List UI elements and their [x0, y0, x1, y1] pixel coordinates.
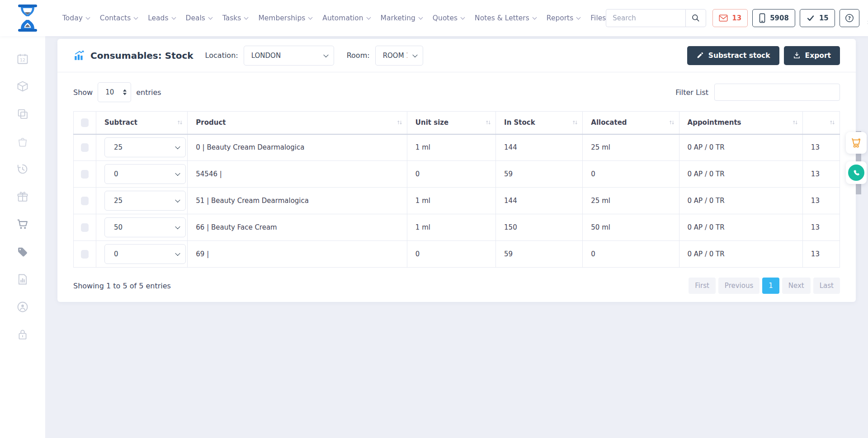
tasks-badge[interactable]: 15 [800, 9, 835, 27]
svg-text:12: 12 [20, 57, 25, 62]
search-icon [691, 14, 700, 23]
product-cell: 69 | [188, 241, 407, 268]
floating-cart-widget[interactable] [846, 132, 867, 154]
pagination-page-1[interactable]: 1 [762, 278, 779, 294]
nav-item-notes-letters[interactable]: Notes & Letters [475, 14, 536, 22]
top-bar: Today Contacts Leads Deals Tasks Members… [0, 0, 868, 36]
help-button[interactable]: ? [840, 9, 859, 27]
shopping-basket-icon [16, 135, 29, 148]
room-select[interactable]: ROOM 1 [375, 46, 423, 66]
search-button[interactable] [685, 9, 706, 27]
subtract-amount-select[interactable]: 25 [104, 191, 186, 211]
mobile-phone-icon [759, 13, 766, 23]
row-checkbox[interactable] [81, 223, 89, 232]
nav-item-quotes[interactable]: Quotes [433, 14, 464, 22]
chevron-down-icon [532, 15, 537, 19]
subtract-amount-select[interactable]: 0 [104, 164, 186, 184]
pagination-first[interactable]: First [689, 278, 716, 294]
calls-badge[interactable]: 5908 [752, 9, 795, 27]
count-cell: 13 [802, 241, 840, 268]
calendar-icon: 12 [16, 52, 29, 65]
nav-item-automation[interactable]: Automation [322, 14, 370, 22]
column-header-allocated[interactable]: Allocated [583, 112, 679, 134]
sidebar-item-calendar[interactable]: 12 [16, 52, 29, 65]
select-all-header [74, 112, 96, 134]
allocated-cell: 25 ml [583, 134, 679, 161]
shopping-cart-icon [850, 137, 863, 149]
pagination-previous[interactable]: Previous [718, 278, 760, 294]
sort-icon [396, 119, 403, 126]
sidebar-item-gifts[interactable] [16, 190, 29, 203]
column-header-blank[interactable] [802, 112, 840, 134]
column-header-appointments[interactable]: Appointments [679, 112, 802, 134]
column-header-product[interactable]: Product [188, 112, 407, 134]
pagination: First Previous 1 Next Last [689, 278, 840, 294]
show-label: Show [73, 88, 93, 97]
appointments-cell: 0 AP / 0 TR [679, 241, 802, 268]
chevron-down-icon [418, 15, 423, 19]
unit-size-cell: 0 [407, 241, 495, 268]
unit-size-cell: 1 ml [407, 214, 495, 241]
appointments-cell: 0 AP / 0 TR [679, 188, 802, 214]
app-logo-hourglass-icon[interactable] [16, 4, 39, 32]
stock-chart-icon [73, 50, 85, 61]
page-title: Consumables: Stock [90, 50, 193, 61]
sidebar-item-pricing[interactable] [16, 245, 29, 258]
subtract-amount-select[interactable]: 50 [104, 217, 186, 237]
column-header-subtract[interactable]: Subtract [96, 112, 188, 134]
calls-count: 5908 [770, 14, 789, 22]
sidebar-item-basket[interactable] [16, 135, 29, 148]
nav-item-tasks[interactable]: Tasks [222, 14, 248, 22]
pagination-next[interactable]: Next [782, 278, 811, 294]
subtract-amount-select[interactable]: 0 [104, 244, 186, 264]
sort-icon [829, 119, 835, 126]
nav-item-today[interactable]: Today [62, 14, 90, 22]
count-cell: 13 [802, 134, 840, 161]
subtract-amount-select[interactable]: 25 [104, 137, 186, 157]
showing-entries-status: Showing 1 to 5 of 5 entries [73, 282, 171, 290]
price-tag-icon [16, 245, 29, 258]
sidebar-item-duplicates[interactable] [16, 108, 29, 120]
export-button[interactable]: Export [784, 46, 840, 65]
in-stock-cell: 59 [496, 241, 583, 268]
nav-item-contacts[interactable]: Contacts [100, 14, 137, 22]
row-checkbox[interactable] [81, 250, 89, 259]
nav-item-leads[interactable]: Leads [148, 14, 175, 22]
filter-input[interactable] [714, 84, 840, 101]
nav-item-marketing[interactable]: Marketing [381, 14, 422, 22]
sort-icon [669, 119, 675, 126]
floating-phone-widget[interactable] [846, 161, 867, 184]
page-length-select[interactable]: 10 [98, 82, 131, 102]
pagination-last[interactable]: Last [813, 278, 840, 294]
lock-icon [16, 328, 29, 341]
chevron-down-icon [461, 15, 465, 19]
sidebar-item-products[interactable] [16, 80, 29, 93]
support-person-icon [16, 301, 29, 313]
search-input[interactable] [606, 9, 685, 27]
table-controls: Show 10 entries Filter List [57, 72, 856, 111]
nav-item-deals[interactable]: Deals [186, 14, 212, 22]
select-all-checkbox[interactable] [81, 118, 89, 127]
sidebar-item-history[interactable] [16, 163, 29, 175]
column-header-unit-size[interactable]: Unit size [407, 112, 495, 134]
row-checkbox[interactable] [81, 197, 89, 205]
nav-item-files[interactable]: Files [590, 14, 606, 22]
row-checkbox[interactable] [81, 143, 89, 152]
unit-size-cell: 1 ml [407, 188, 495, 214]
location-select[interactable]: LONDON [244, 46, 334, 66]
nav-item-reports[interactable]: Reports [547, 14, 580, 22]
row-checkbox[interactable] [81, 170, 89, 179]
sidebar-item-cart[interactable] [16, 218, 29, 231]
nav-item-memberships[interactable]: Memberships [258, 14, 312, 22]
header-actions: Substract stock Export [687, 46, 840, 65]
table-row: 25 51 | Beauty Cream Dearmalogica 1 ml 1… [74, 188, 840, 214]
subtract-stock-button[interactable]: Substract stock [687, 46, 779, 65]
in-stock-cell: 59 [496, 161, 583, 188]
history-clock-icon [16, 163, 29, 175]
messages-badge[interactable]: 13 [712, 9, 748, 27]
sidebar-item-support[interactable] [16, 301, 29, 313]
sidebar-item-reports[interactable] [16, 273, 29, 286]
column-header-in-stock[interactable]: In Stock [496, 112, 583, 134]
stock-table-wrap: Subtract Product Unit size In Stock [57, 111, 856, 268]
sidebar-item-security[interactable] [16, 328, 29, 341]
